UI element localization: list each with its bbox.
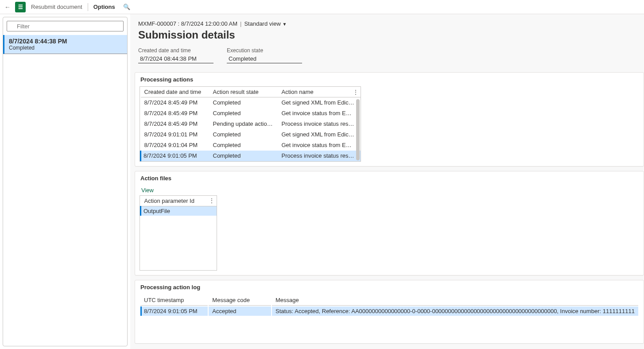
view-selector[interactable]: Standard view ▼ bbox=[244, 20, 287, 27]
list-item-status: Completed bbox=[9, 45, 123, 51]
submission-list-panel: 🔍 8/7/2024 8:44:38 PM Completed bbox=[3, 17, 128, 346]
cell-state: Completed bbox=[209, 151, 278, 161]
search-icon[interactable]: 🔍 bbox=[120, 4, 133, 10]
cell-param-id: OutputFile bbox=[141, 206, 217, 216]
column-header[interactable]: Action parameter Id⋮ bbox=[141, 196, 217, 206]
breadcrumb-doc: MXMF-000007 : 8/7/2024 12:00:00 AM bbox=[138, 20, 237, 27]
table-row[interactable]: 8/7/2024 9:01:05 PM Accepted Status: Acc… bbox=[140, 306, 638, 316]
processing-actions-grid[interactable]: Created date and timeAction result state… bbox=[140, 86, 361, 162]
table-row[interactable]: 8/7/2024 9:01:05 PM Completed Process in… bbox=[141, 151, 361, 161]
created-value[interactable]: 8/7/2024 08:44:38 PM bbox=[138, 54, 213, 63]
cell-message: Status: Accepted, Reference: AA000000000… bbox=[272, 306, 638, 316]
table-row[interactable]: 8/7/2024 9:01:04 PM Completed Get invoic… bbox=[141, 140, 361, 151]
action-files-grid[interactable]: Action parameter Id⋮ OutputFile bbox=[140, 195, 217, 271]
scrollbar[interactable] bbox=[356, 99, 360, 160]
column-header[interactable]: Message code bbox=[209, 295, 271, 306]
state-label: Execution state bbox=[227, 47, 302, 54]
column-header[interactable]: Action name⋮ bbox=[278, 87, 361, 97]
cell-datetime: 8/7/2024 9:01:01 PM bbox=[141, 129, 209, 140]
action-log-title: Processing action log bbox=[135, 280, 644, 294]
list-item[interactable]: 8/7/2024 8:44:38 PM Completed bbox=[3, 35, 127, 54]
cell-datetime: 8/7/2024 8:45:49 PM bbox=[141, 119, 209, 129]
cell-action: Process invoice status res… bbox=[278, 151, 361, 161]
more-icon[interactable]: ⋮ bbox=[209, 197, 215, 204]
cell-action: Get invoice status from E… bbox=[278, 108, 361, 119]
cell-action: Get signed XML from Edic… bbox=[278, 97, 361, 108]
table-row[interactable]: 8/7/2024 8:45:49 PM Pending update actio… bbox=[141, 119, 361, 129]
processing-actions-title: Processing actions bbox=[135, 73, 644, 86]
options-button[interactable]: Options bbox=[91, 4, 118, 10]
cell-datetime: 8/7/2024 9:01:05 PM bbox=[141, 151, 209, 161]
cell-action: Get invoice status from E… bbox=[278, 140, 361, 151]
list-item-timestamp: 8/7/2024 8:44:38 PM bbox=[9, 38, 123, 45]
column-header[interactable]: Message bbox=[272, 295, 638, 306]
cell-action: Process invoice status res… bbox=[278, 119, 361, 129]
table-row[interactable]: 8/7/2024 8:45:49 PM Completed Get signed… bbox=[141, 97, 361, 108]
cell-timestamp: 8/7/2024 9:01:05 PM bbox=[140, 306, 208, 316]
filter-input[interactable] bbox=[7, 21, 124, 31]
cell-state: Completed bbox=[209, 140, 278, 151]
cell-code: Accepted bbox=[209, 306, 271, 316]
view-link[interactable]: View bbox=[135, 185, 644, 195]
processing-actions-panel: Processing actions Created date and time… bbox=[135, 72, 644, 167]
view-label: Standard view bbox=[244, 20, 280, 27]
chevron-down-icon: ▼ bbox=[282, 22, 287, 27]
cell-state: Completed bbox=[209, 108, 278, 119]
table-row[interactable]: OutputFile bbox=[141, 206, 217, 216]
column-header[interactable]: Action result state bbox=[209, 87, 278, 97]
page-title: Submission details bbox=[138, 29, 636, 41]
created-label: Created date and time bbox=[138, 47, 213, 54]
cell-state: Completed bbox=[209, 129, 278, 140]
cell-state: Pending update actions e… bbox=[209, 119, 278, 129]
action-files-panel: Action files View Action parameter Id⋮ O… bbox=[135, 171, 644, 275]
more-icon[interactable]: ⋮ bbox=[353, 89, 359, 96]
column-header[interactable]: Created date and time bbox=[141, 87, 209, 97]
app-button[interactable]: ☰ bbox=[15, 2, 26, 12]
state-value[interactable]: Completed bbox=[227, 54, 302, 63]
table-row[interactable]: 8/7/2024 8:45:49 PM Completed Get invoic… bbox=[141, 108, 361, 119]
table-row[interactable]: 8/7/2024 9:01:01 PM Completed Get signed… bbox=[141, 129, 361, 140]
action-log-grid[interactable]: UTC timestampMessage codeMessage 8/7/202… bbox=[140, 294, 639, 317]
cell-datetime: 8/7/2024 8:45:49 PM bbox=[141, 108, 209, 119]
back-button[interactable]: ← bbox=[3, 2, 12, 12]
resubmit-document-button[interactable]: Resubmit document bbox=[28, 4, 85, 10]
main-content: MXMF-000007 : 8/7/2024 12:00:00 AM | Sta… bbox=[130, 14, 644, 349]
top-toolbar: ← ☰ Resubmit document Options 🔍 bbox=[0, 0, 644, 14]
breadcrumb: MXMF-000007 : 8/7/2024 12:00:00 AM | Sta… bbox=[138, 20, 636, 27]
action-files-title: Action files bbox=[135, 171, 644, 185]
cell-datetime: 8/7/2024 9:01:04 PM bbox=[141, 140, 209, 151]
processing-action-log-panel: Processing action log UTC timestampMessa… bbox=[135, 280, 644, 344]
cell-action: Get signed XML from Edic… bbox=[278, 129, 361, 140]
column-header[interactable]: UTC timestamp bbox=[140, 295, 208, 306]
cell-datetime: 8/7/2024 8:45:49 PM bbox=[141, 97, 209, 108]
cell-state: Completed bbox=[209, 97, 278, 108]
toolbar-divider bbox=[88, 3, 88, 11]
breadcrumb-separator: | bbox=[240, 20, 241, 27]
menu-icon: ☰ bbox=[18, 4, 23, 10]
